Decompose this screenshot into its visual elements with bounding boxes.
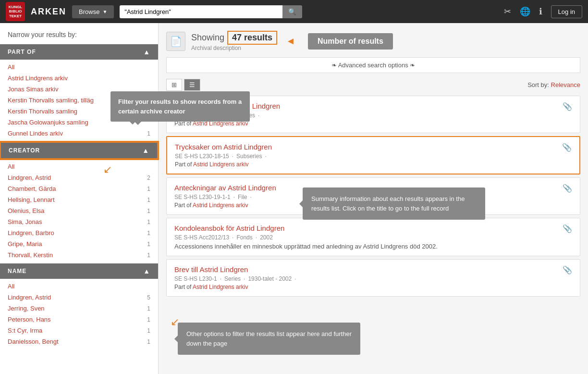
result-item-highlighted: Trycksaker om Astrid Lindgren SE S-HS L2… <box>166 136 580 175</box>
result-title[interactable]: Kondoleansbok för Astrid Lindgren <box>174 224 558 232</box>
sort-relevance-link[interactable]: Relevance <box>551 81 580 88</box>
result-part: Part of Astrid Lindgrens arkiv <box>175 161 557 168</box>
result-desc: Accessionens innehåller en minnesbok upp… <box>174 243 558 250</box>
part-link[interactable]: Astrid Lindgrens arkiv <box>193 161 248 168</box>
creator-item[interactable]: Lindgren, Barbro1 <box>0 227 158 238</box>
creator-section: CREATOR ▲ All Lindgren, Astrid2 Chambert… <box>0 142 158 262</box>
number-of-results-callout: Number of results <box>308 33 393 50</box>
showing-label: Showing <box>191 33 224 43</box>
narrow-label: Narrow your results by: <box>0 31 158 44</box>
result-title[interactable]: Brev till Astrid Lindgren <box>174 265 558 274</box>
app-logo: KUNGL BIBLIO TEKET <box>6 2 25 21</box>
grid-view-button[interactable]: ⊞ <box>166 79 182 91</box>
creator-item[interactable]: Gripe, Maria1 <box>0 238 158 249</box>
name-section: NAME ▲ All Lindgren, Astrid5 Jerring, Sv… <box>0 263 158 349</box>
view-controls: ⊞ ☰ Sort by: Relevance <box>166 79 580 91</box>
showing-info: Showing 47 results Archival description <box>191 31 277 51</box>
result-meta: SE S-HS L230-1·Series·1930-talet - 2002· <box>174 275 558 282</box>
creator-item[interactable]: Hellsing, Lennart1 <box>0 194 158 205</box>
arrow-to-count: ◄ <box>286 36 295 47</box>
name-item[interactable]: Lindgren, Astrid5 <box>0 292 158 303</box>
creator-item[interactable]: Thorvall, Kerstin1 <box>0 249 158 261</box>
name-item[interactable]: S:t Cyr, Irma1 <box>0 325 158 336</box>
creator-arrow: ↙ <box>103 163 112 176</box>
clip-icon[interactable]: 📎 <box>563 224 572 233</box>
app-title: ARKEN <box>31 7 66 17</box>
clip-icon[interactable]: 📎 <box>563 102 572 111</box>
doc-icon: 📄 <box>166 32 185 51</box>
browse-button[interactable]: Browse <box>72 5 114 18</box>
creator-all[interactable]: All <box>0 161 158 172</box>
clip-icon[interactable]: 📎 <box>562 143 572 152</box>
top-navigation: KUNGL BIBLIO TEKET ARKEN Browse 🔍 ✂ 🌐 ℹ … <box>0 0 588 23</box>
result-item: Kondoleansbok för Astrid Lindgren SE S-H… <box>166 218 580 256</box>
creator-header[interactable]: CREATOR ▲ <box>0 142 158 159</box>
result-item: Brev till Astrid Lindgren SE S-HS L230-1… <box>166 259 580 297</box>
part-of-item[interactable]: Astrid Lindgrens arkiv <box>0 73 158 84</box>
name-chevron: ▲ <box>143 267 150 275</box>
part-of-chevron: ▲ <box>143 48 150 56</box>
info-icon[interactable]: ℹ <box>539 6 542 17</box>
result-content: Brev till Astrid Lindgren SE S-HS L230-1… <box>174 265 558 290</box>
search-input[interactable] <box>120 5 282 18</box>
nav-icons: ✂ 🌐 ℹ Log in <box>504 5 582 18</box>
result-meta: SE S-HS L230-18-15·Subseries· <box>175 153 557 160</box>
creator-chevron: ▲ <box>142 147 149 154</box>
name-item[interactable]: Jerring, Sven1 <box>0 303 158 314</box>
name-item[interactable]: Danielsson, Bengt1 <box>0 336 158 347</box>
creator-list: All Lindgren, Astrid2 Chambert, Gärda1 H… <box>0 159 158 262</box>
sort-bar: Sort by: Relevance <box>527 81 580 88</box>
result-content: Kondoleansbok för Astrid Lindgren SE S-H… <box>174 224 558 250</box>
name-item[interactable]: Peterson, Hans1 <box>0 314 158 325</box>
part-of-header[interactable]: PART OF ▲ <box>0 44 158 60</box>
creator-item[interactable]: Chambert, Gärda1 <box>0 183 158 194</box>
creator-item[interactable]: Lindgren, Astrid2 <box>0 172 158 183</box>
showing-bar: 📄 Showing 47 results Archival descriptio… <box>166 31 580 51</box>
creator-item[interactable]: Sima, Jonas1 <box>0 216 158 227</box>
result-meta: SE S-HS Acc2012/13·Fonds·2002 <box>174 234 558 241</box>
clip-icon[interactable]: 📎 <box>563 184 572 193</box>
filter-tooltip: Other options to filter the results list… <box>178 323 360 355</box>
result-count: 47 results <box>227 31 277 45</box>
summary-tooltip: Summary information about each results a… <box>303 187 485 220</box>
creator-tooltip: Filter your results to show records from… <box>110 91 250 122</box>
login-button[interactable]: Log in <box>551 5 582 18</box>
result-part: Part of Astrid Lindgrens arkiv <box>174 284 558 290</box>
sidebar: Narrow your results by: PART OF ▲ All As… <box>0 23 159 374</box>
name-header[interactable]: NAME ▲ <box>0 263 158 279</box>
creator-item[interactable]: Olenius, Elsa1 <box>0 205 158 216</box>
view-buttons: ⊞ ☰ <box>166 79 200 91</box>
search-bar: 🔍 <box>120 5 302 18</box>
search-submit-button[interactable]: 🔍 <box>282 5 302 18</box>
part-of-item[interactable]: Gunnel Lindes arkiv1 <box>0 128 158 139</box>
result-content: Trycksaker om Astrid Lindgren SE S-HS L2… <box>175 143 557 168</box>
result-title[interactable]: Trycksaker om Astrid Lindgren <box>175 143 557 151</box>
advanced-search-bar[interactable]: ❧ Advanced search options ❧ <box>166 57 580 73</box>
main-content: 📄 Showing 47 results Archival descriptio… <box>159 23 588 374</box>
part-link[interactable]: Astrid Lindgrens arkiv <box>193 284 248 290</box>
name-all[interactable]: All <box>0 281 158 292</box>
accessibility-icon[interactable]: ✂ <box>504 6 511 17</box>
archival-description: Archival description <box>191 45 277 51</box>
language-icon[interactable]: 🌐 <box>520 6 530 17</box>
list-view-button[interactable]: ☰ <box>184 79 200 91</box>
part-link[interactable]: Astrid Lindgrens arkiv <box>193 202 248 209</box>
name-list: All Lindgren, Astrid5 Jerring, Sven1 Pet… <box>0 279 158 349</box>
part-of-all[interactable]: All <box>0 62 158 73</box>
clip-icon[interactable]: 📎 <box>563 265 572 274</box>
